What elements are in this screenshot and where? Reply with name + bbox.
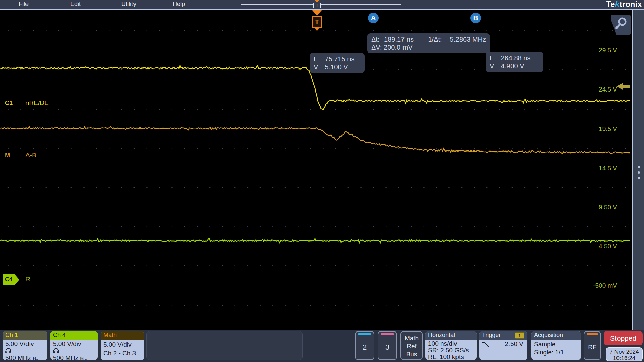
scale-label: 9.50 V — [577, 204, 617, 211]
falling-edge-icon — [481, 341, 490, 348]
acquisition-title: Acquisition — [531, 331, 581, 340]
scale-label: 14.5 V — [577, 165, 617, 172]
cursor-b-bubble[interactable]: B — [470, 13, 481, 23]
ch1-badge-header: Ch 1 — [3, 331, 47, 340]
horizontal-position-triangle-icon — [314, 0, 320, 3]
ch1-bandwidth: 500 MHz Bw — [5, 354, 45, 360]
time-text: 10:16:24 — [606, 355, 642, 361]
channel-label-math: A-B — [25, 152, 36, 159]
scale-label: 24.5 V — [577, 86, 617, 93]
right-panel-handle[interactable] — [632, 10, 644, 330]
trigger-title: Trigger 1 — [479, 331, 527, 340]
scale-label: -500 mV — [577, 282, 617, 289]
ch2-button[interactable]: 2 — [355, 331, 374, 360]
scale-label: 4.50 V — [577, 243, 617, 250]
handle-dot — [638, 177, 640, 179]
handle-dot — [638, 171, 640, 174]
waveform-display: T A B Δt: 189.17 ns 1/Δt: 5.2863 MHz ΔV:… — [0, 10, 632, 330]
cursor-a-readout: t: 75.715 ns V: 5.100 V — [310, 53, 365, 73]
ch4-badge[interactable]: Ch 4 5.00 V/div 500 MHz Bw — [50, 331, 98, 360]
menu-file[interactable]: File — [19, 1, 29, 8]
record-length: RL: 100 kpts — [428, 354, 474, 360]
scale-label: 19.5 V — [577, 125, 617, 133]
trigger-indicator-triangle-icon[interactable] — [312, 10, 322, 16]
rf-button[interactable]: RF — [584, 331, 601, 360]
math-scale: 5.00 V/div — [103, 340, 142, 349]
tektronix-logo: Tektronix — [606, 0, 642, 9]
trigger-marker-letter: T — [316, 3, 318, 8]
horizontal-title: Horizontal — [425, 331, 477, 340]
rf-color-bar — [587, 333, 598, 335]
cursor-b-readout: t: 264.88 ns V: 4.900 V — [486, 52, 543, 72]
cursor-b-line[interactable] — [483, 10, 483, 330]
math-source: Ch 2 - Ch 3 — [103, 349, 142, 358]
cursor-delta-readout: Δt: 189.17 ns 1/Δt: 5.2863 MHz ΔV: 200.0… — [367, 33, 490, 53]
horizontal-trigger-position-marker[interactable]: T — [313, 3, 321, 8]
math-badge[interactable]: Math 5.00 V/div Ch 2 - Ch 3 — [101, 331, 144, 360]
channel-label-c4: R — [25, 276, 30, 283]
handle-dot — [638, 166, 640, 168]
math-badge-header: Math — [101, 331, 144, 340]
ch1-scale: 5.00 V/div — [5, 340, 45, 347]
trigger-panel[interactable]: Trigger 1 2.50 V — [479, 331, 527, 360]
trigger-flag-tip-icon — [315, 28, 319, 31]
ch4-badge-header: Ch 4 — [50, 331, 98, 340]
trigger-source-chip: 1 — [515, 332, 524, 339]
horizontal-panel[interactable]: Horizontal 100 ns/div SR: 2.50 GS/s RL: … — [425, 331, 477, 360]
cursor-a-bubble[interactable]: A — [368, 13, 379, 23]
menu-help[interactable]: Help — [173, 1, 185, 8]
trigger-level-arrow-icon[interactable] — [616, 83, 623, 90]
date-text: 7 Nov 2024 — [606, 349, 642, 355]
status-bar: Ch 1 5.00 V/div 500 MHz Bw Ch 4 5.00 V/d… — [0, 330, 644, 362]
trigger-flag-icon[interactable]: T — [312, 16, 322, 28]
trace-ch4-r — [0, 239, 630, 243]
sample-rate: SR: 2.50 GS/s — [428, 347, 474, 354]
probe-icon — [5, 347, 45, 354]
acquisition-status-badge: Stopped — [604, 331, 643, 345]
scale-label: 29.5 V — [577, 47, 617, 54]
trigger-level-arrow-shaft — [623, 85, 630, 88]
trace-math-a-b-ch-2-ch-3- — [0, 126, 630, 154]
acquisition-single: Single: 1/1 — [534, 348, 578, 356]
probe-icon — [53, 347, 95, 354]
ch2-color-bar — [358, 333, 371, 335]
ch4-scale: 5.00 V/div — [53, 340, 95, 347]
horizontal-scale: 100 ns/div — [428, 340, 474, 347]
menu-utility[interactable]: Utility — [121, 1, 136, 8]
ch1-badge[interactable]: Ch 1 5.00 V/div 500 MHz Bw — [3, 331, 47, 360]
ch4-bandwidth: 500 MHz Bw — [53, 354, 95, 360]
ch3-button[interactable]: 3 — [378, 331, 397, 360]
channel-label-c1: nRE/DE — [25, 99, 49, 107]
horizontal-position-track[interactable] — [241, 4, 401, 5]
acquisition-mode: Sample — [534, 340, 578, 348]
menu-edit[interactable]: Edit — [70, 1, 81, 8]
datetime-badge: 7 Nov 2024 10:16:24 — [606, 347, 643, 361]
acquisition-panel[interactable]: Acquisition Sample Single: 1/1 — [531, 331, 581, 360]
math-ref-bus-button[interactable]: Math Ref Bus — [400, 331, 423, 360]
ch3-color-bar — [381, 333, 394, 335]
menu-bar: File Edit Utility Help T Tektronix — [0, 0, 644, 9]
empty-readout-panel — [146, 331, 303, 360]
